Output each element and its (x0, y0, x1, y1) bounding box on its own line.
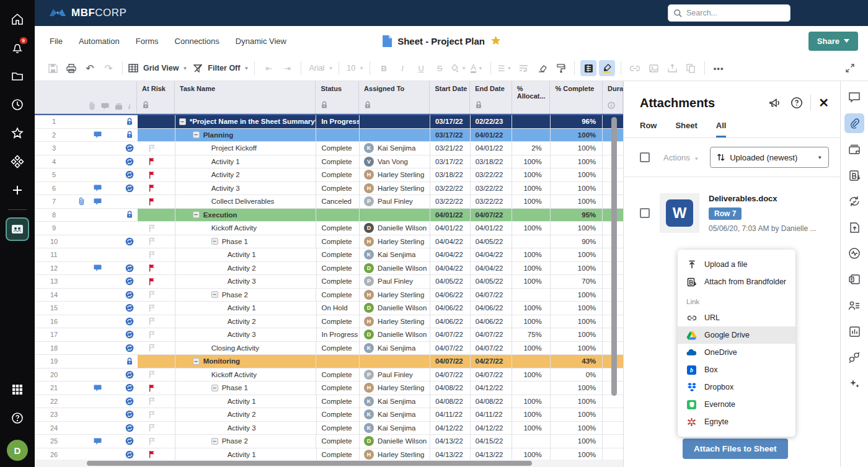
cell-percent-complete[interactable]: 100% (551, 195, 603, 208)
font-size-select[interactable]: 10▼ (345, 60, 364, 76)
table-row[interactable]: 16 Activity 2 Complete HHarley Sterling … (35, 315, 623, 329)
cell-percent-complete[interactable]: 43% (551, 355, 603, 368)
cell-assigned-to[interactable]: DDanielle Wilson (360, 302, 430, 315)
cell-end-date[interactable]: 04/13/22 (471, 448, 513, 460)
cell-assigned-to[interactable]: HHarley Sterling (360, 182, 430, 195)
indent-button[interactable]: ⇥ (279, 60, 295, 76)
collapse-row-icon[interactable]: − (211, 385, 218, 391)
home-icon[interactable] (0, 5, 35, 33)
cell-end-date[interactable]: 04/12/22 (471, 422, 513, 435)
row-number[interactable]: 4 (35, 158, 73, 165)
cell-end-date[interactable]: 03/22/22 (471, 182, 513, 195)
cell-start-date[interactable]: 04/07/22 (430, 369, 471, 382)
menu-item-upload-a-file[interactable]: Upload a file (678, 256, 795, 273)
cell-task-name[interactable]: Kickoff Activity (175, 222, 317, 235)
cell-task-name[interactable]: Activity 1 (175, 155, 317, 168)
cell-format-panel-button[interactable] (580, 60, 596, 76)
recents-clock-icon[interactable] (0, 90, 35, 119)
column-header-dura[interactable]: Dura (603, 81, 623, 113)
cell-percent-complete[interactable]: 100% (551, 422, 603, 435)
column-header--allocat-[interactable]: % Allocat... (512, 81, 551, 113)
cell-percent-complete[interactable]: 100% (551, 262, 603, 275)
cell-task-name[interactable]: −Phase 2 (175, 289, 317, 302)
sort-dropdown[interactable]: Uploaded (newest) ▼ (710, 147, 829, 168)
cell-task-name[interactable]: Collect Deliverables (175, 195, 317, 208)
row-number[interactable]: 5 (35, 171, 73, 178)
row-number[interactable]: 11 (35, 251, 73, 258)
table-row[interactable]: 2 −Planning 03/17/22 04/01/22 100% (35, 129, 623, 142)
cell-end-date[interactable]: 03/22/22 (471, 195, 513, 208)
menu-item-onedrive[interactable]: OneDrive (678, 344, 795, 361)
table-row[interactable]: 23 Activity 2 Complete KKai Senjima 04/1… (35, 408, 623, 422)
cell-end-date[interactable]: 04/05/22 (471, 275, 513, 288)
menu-item-evernote[interactable]: Evernote (678, 396, 795, 413)
cell-end-date[interactable]: 04/07/22 (471, 342, 513, 355)
table-row[interactable]: 3 Project Kickoff Complete KKai Senjima … (35, 142, 623, 155)
collapse-row-icon[interactable]: − (193, 358, 200, 365)
menu-item-url[interactable]: URL (678, 309, 795, 326)
cell-percent-allocated[interactable]: 100% (512, 408, 551, 421)
cell-assigned-to[interactable]: KKai Senjima (360, 408, 430, 421)
cell-percent-allocated[interactable] (512, 235, 551, 248)
cell-percent-complete[interactable]: 100% (551, 155, 603, 168)
notifications-bell-icon[interactable]: 9 (0, 33, 35, 62)
row-number[interactable]: 6 (35, 185, 73, 192)
cell-percent-complete[interactable]: 100% (551, 382, 603, 395)
cell-task-name[interactable]: Activity 3 (175, 328, 317, 341)
wrap-text-button[interactable] (515, 60, 531, 76)
cell-at-risk[interactable] (138, 342, 175, 355)
proofs-icon[interactable] (844, 139, 864, 159)
cell-percent-allocated[interactable] (512, 435, 551, 448)
cell-status[interactable]: Complete (317, 248, 360, 261)
cell-percent-allocated[interactable]: 100% (512, 155, 551, 168)
cell-at-risk[interactable] (138, 115, 175, 128)
cell-task-name[interactable]: −Phase 2 (175, 435, 317, 448)
row-number[interactable]: 24 (35, 424, 73, 432)
cell-status[interactable] (316, 209, 360, 222)
cell-percent-allocated[interactable]: 100% (512, 195, 551, 208)
cell-assigned-to[interactable]: KKai Senjima (360, 142, 430, 155)
cell-status[interactable]: Complete (316, 289, 360, 302)
cell-percent-allocated[interactable]: 100% (512, 395, 551, 408)
table-row[interactable]: 4 Activity 1 Complete VVan Vong 03/17/22… (35, 155, 623, 169)
collapse-row-icon[interactable]: − (179, 118, 186, 125)
cell-assigned-to[interactable] (360, 209, 430, 222)
row-number[interactable]: 18 (35, 344, 73, 352)
bold-button[interactable]: B (376, 60, 392, 76)
cell-task-name[interactable]: −Monitoring (175, 355, 317, 368)
cell-start-date[interactable]: 04/07/22 (430, 328, 471, 341)
cell-percent-allocated[interactable] (512, 115, 551, 128)
cell-task-name[interactable]: Activity 3 (175, 275, 317, 288)
browse-folder-icon[interactable] (0, 62, 35, 90)
row-number[interactable]: 17 (35, 331, 73, 338)
column-header--complete[interactable]: % Complete (550, 81, 603, 113)
cell-status[interactable]: Complete (316, 222, 360, 235)
cell-percent-complete[interactable]: 95% (551, 209, 603, 222)
table-row[interactable]: 1 −*Project Name in the Sheet Summary* I… (35, 115, 623, 129)
solution-center-icon[interactable] (0, 147, 35, 176)
cell-task-name[interactable]: Activity 1 (175, 248, 317, 261)
active-workspace-tile[interactable] (6, 217, 29, 241)
cell-assigned-to[interactable]: DDanielle Wilson (360, 435, 430, 448)
cell-start-date[interactable]: 04/13/22 (430, 435, 471, 448)
cell-start-date[interactable]: 04/06/22 (430, 289, 471, 302)
cell-at-risk[interactable] (138, 302, 175, 315)
update-requests-icon[interactable] (844, 191, 864, 211)
cell-at-risk[interactable] (138, 129, 175, 142)
cell-status[interactable]: Complete (317, 395, 360, 408)
panel-help-icon[interactable] (790, 97, 803, 109)
file-name[interactable]: Deliverables.docx (709, 194, 816, 203)
table-row[interactable]: 18 Closing Activity Complete KKai Senjim… (35, 342, 623, 356)
table-row[interactable]: 21 −Phase 1 Complete HHarley Sterling 04… (35, 382, 623, 395)
clear-format-button[interactable] (534, 60, 550, 76)
tab-all[interactable]: All (716, 121, 727, 137)
menu-file[interactable]: File (50, 37, 63, 46)
tab-sheet[interactable]: Sheet (675, 121, 697, 137)
cell-assigned-to[interactable]: HHarley Sterling (360, 382, 430, 395)
cell-duration[interactable] (603, 408, 623, 421)
cell-end-date[interactable]: 04/07/22 (471, 369, 513, 382)
cell-end-date[interactable]: 04/04/22 (471, 262, 513, 275)
cell-status[interactable]: Complete (317, 422, 360, 435)
cell-percent-complete[interactable]: 0% (551, 369, 603, 382)
cell-percent-complete[interactable]: 100% (551, 408, 603, 421)
